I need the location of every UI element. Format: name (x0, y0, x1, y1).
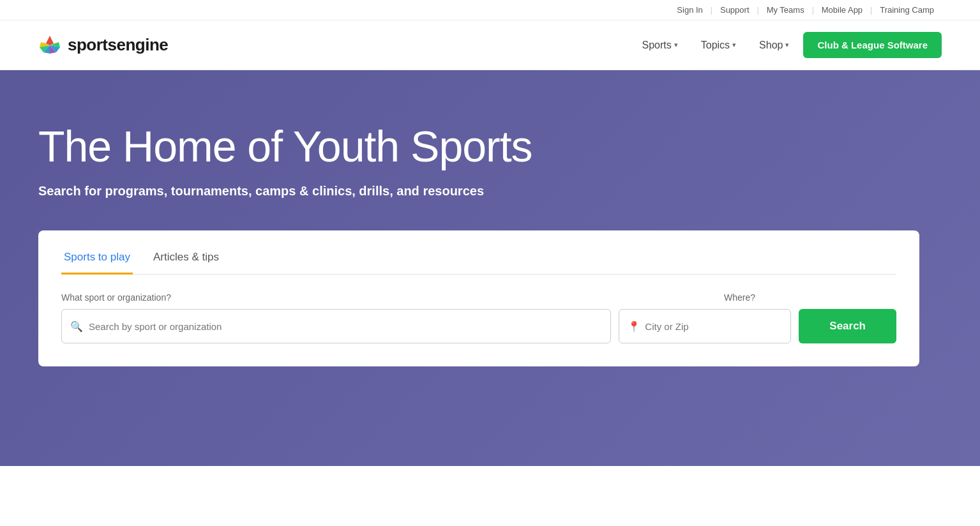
support-link[interactable]: Support (712, 5, 757, 15)
top-bar-nav: Sign In Support My Teams Mobile App Trai… (669, 5, 942, 15)
sportsengine-logo-icon (38, 36, 61, 55)
search-form: What sport or organization? Where? 🔍 📍 S… (61, 292, 896, 343)
tab-sports-to-play[interactable]: Sports to play (61, 251, 133, 274)
sport-label: What sport or organization? (61, 292, 711, 303)
sign-in-link[interactable]: Sign In (669, 5, 710, 15)
my-teams-nav-item: My Teams (757, 5, 812, 15)
header-nav: Sports ▾ Topics ▾ Shop ▾ Club & League S… (633, 32, 942, 58)
topics-nav-button[interactable]: Topics ▾ (692, 34, 745, 56)
hero-subtitle: Search for programs, tournaments, camps … (38, 184, 942, 199)
club-league-button[interactable]: Club & League Software (803, 32, 942, 58)
tab-articles-tips[interactable]: Articles & tips (151, 251, 222, 274)
shop-nav-label: Shop (759, 40, 783, 51)
location-input-wrap: 📍 (619, 309, 791, 343)
sports-chevron-icon: ▾ (674, 41, 678, 49)
location-input[interactable] (619, 309, 791, 343)
sport-input-wrap: 🔍 (61, 309, 611, 343)
where-label: Where? (724, 292, 896, 303)
shop-nav-button[interactable]: Shop ▾ (750, 34, 798, 56)
search-button[interactable]: Search (799, 309, 896, 343)
topics-chevron-icon: ▾ (732, 41, 736, 49)
search-card: Sports to play Articles & tips What spor… (38, 230, 919, 366)
mobile-app-nav-item: Mobile App (812, 5, 870, 15)
topics-nav-label: Topics (701, 40, 730, 51)
search-tabs: Sports to play Articles & tips (61, 251, 896, 274)
my-teams-link[interactable]: My Teams (759, 5, 812, 15)
shop-chevron-icon: ▾ (785, 41, 789, 49)
logo-text: sportsengine (68, 35, 168, 55)
training-camp-link[interactable]: Training Camp (872, 5, 942, 15)
support-nav-item: Support (711, 5, 757, 15)
location-pin-icon: 📍 (628, 320, 640, 333)
sports-nav-button[interactable]: Sports ▾ (633, 34, 686, 56)
training-camp-nav-item: Training Camp (870, 5, 942, 15)
mobile-app-link[interactable]: Mobile App (814, 5, 870, 15)
search-icon: 🔍 (70, 320, 83, 333)
hero-section: The Home of Youth Sports Search for prog… (0, 70, 980, 466)
search-labels: What sport or organization? Where? (61, 292, 896, 303)
sports-nav-label: Sports (642, 40, 671, 51)
top-bar: Sign In Support My Teams Mobile App Trai… (0, 0, 980, 20)
logo[interactable]: sportsengine (38, 35, 168, 55)
hero-title: The Home of Youth Sports (38, 121, 942, 171)
sport-search-input[interactable] (61, 309, 611, 343)
main-header: sportsengine Sports ▾ Topics ▾ Shop ▾ Cl… (0, 20, 980, 70)
search-inputs: 🔍 📍 Search (61, 309, 896, 343)
sign-in-nav-item: Sign In (669, 5, 710, 15)
